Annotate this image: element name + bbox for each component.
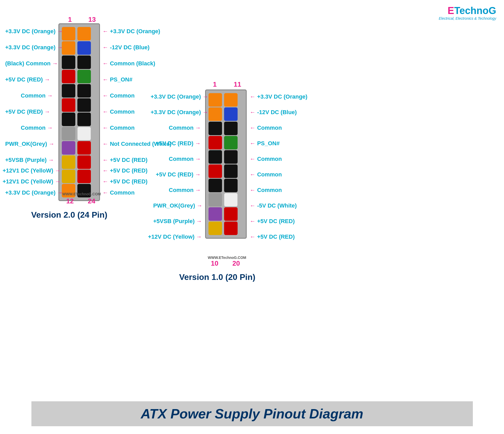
label-20-left-6: +5V DC (RED) xyxy=(156,171,201,178)
pin-8-2 xyxy=(77,127,91,140)
label-20-right-5: Common xyxy=(250,156,282,162)
pin20-4-1 xyxy=(209,136,222,149)
label-24-right-5: Common xyxy=(103,92,135,99)
pin20-6-1 xyxy=(209,164,222,178)
label-20-left-7: Common xyxy=(169,187,201,194)
pin-5-1 xyxy=(62,84,75,98)
label-20-left-9: +5VSB (Purple) xyxy=(153,218,202,225)
label-24-right-9: +5V DC (RED) xyxy=(103,157,147,163)
pin-row-7 xyxy=(62,113,97,126)
pin20-3-1 xyxy=(209,122,222,135)
pin-row-9 xyxy=(62,141,97,155)
logo: ETechnoG Electrical, Electronics & Techn… xyxy=(439,5,496,20)
pin-6-2 xyxy=(77,98,91,112)
label-20-left-2: +3.3V DC (Orange) xyxy=(151,109,208,116)
page: ETechnoG Electrical, Electronics & Techn… xyxy=(0,0,504,434)
pin-8-1 xyxy=(62,127,75,140)
pin20-1-1 xyxy=(209,93,222,107)
label-24-left-3: (Black) Common xyxy=(5,60,58,67)
pin20-row-9 xyxy=(209,207,243,221)
version-20-label: Version 1.0 (20 Pin) xyxy=(179,272,255,282)
pin-row-10 xyxy=(62,155,97,169)
label-24-left-9: +5VSB (Purple) xyxy=(5,157,54,163)
label-24-left-11: +12V1 DC (YelloW) xyxy=(3,178,61,185)
label-20-left-3: Common xyxy=(169,125,201,131)
pin20-9-2 xyxy=(224,207,238,221)
label-20-left-10: +12V DC (Yellow) xyxy=(148,233,202,240)
label-24-right-6: Common xyxy=(103,108,135,115)
pin-4-1 xyxy=(62,70,75,83)
label-20-left-8: PWR_OK(Grey) xyxy=(153,202,202,209)
label-24-right-10: +5V DC (RED) xyxy=(103,167,147,174)
label-20-left-1: +3.3V DC (Orange) xyxy=(151,93,208,100)
connector-24pin xyxy=(58,23,100,201)
label-24-right-7: Common xyxy=(103,125,135,131)
pin20-row-3 xyxy=(209,122,243,135)
label-24-left-1: +3.3V DC (Orange) xyxy=(5,28,63,35)
pin-num-13-24: 13 xyxy=(88,16,96,24)
pin-4-2 xyxy=(77,70,91,83)
label-20-left-5: Common xyxy=(169,156,201,162)
label-24-right-4: PS_ON# xyxy=(103,76,132,83)
label-24-right-1: +3.3V DC (Orange) xyxy=(103,28,160,35)
label-20-right-6: Common xyxy=(250,171,282,178)
pin-num-1-20: 1 xyxy=(213,80,217,88)
pin20-6-2 xyxy=(224,164,238,178)
pin-9-1 xyxy=(62,141,75,155)
pin-row-8 xyxy=(62,127,97,140)
pin-num-12-24: 12 xyxy=(66,197,74,205)
pin20-5-2 xyxy=(224,150,238,164)
pin-num-11-20: 11 xyxy=(234,80,241,88)
pin20-8-1 xyxy=(209,193,222,206)
pin20-row-4 xyxy=(209,136,243,149)
label-20-right-3: Common xyxy=(250,125,282,131)
pin-row-3 xyxy=(62,56,97,69)
pin-3-2 xyxy=(77,56,91,69)
pin20-row-5 xyxy=(209,150,243,164)
pin20-row-8 xyxy=(209,193,243,206)
pin20-3-2 xyxy=(224,122,238,135)
pin20-9-1 xyxy=(209,207,222,221)
label-24-left-7: Common xyxy=(21,125,53,131)
version-24-label: Version 2.0 (24 Pin) xyxy=(31,210,107,220)
label-20-right-8: -5V DC (White) xyxy=(250,202,297,209)
connector-20pin xyxy=(205,89,247,239)
pin20-8-2 xyxy=(224,193,238,206)
label-24-right-3: Common (Black) xyxy=(103,60,155,67)
pin-11-2 xyxy=(77,170,91,183)
pin20-2-1 xyxy=(209,107,222,121)
pin20-row-2 xyxy=(209,107,243,121)
pin-1-2 xyxy=(77,27,91,40)
label-24-left-12: +3.3V DC (Orange) xyxy=(5,189,63,196)
label-24-right-2: -12V DC (Blue) xyxy=(103,44,150,51)
pin-row-1 xyxy=(62,27,97,40)
pin-10-2 xyxy=(77,155,91,169)
label-24-left-10: +12V1 DC (YelloW) xyxy=(3,167,61,174)
pin-3-1 xyxy=(62,56,75,69)
pin20-2-2 xyxy=(224,107,238,121)
pin20-row-7 xyxy=(209,179,243,192)
label-20-right-7: Common xyxy=(250,187,282,194)
pin20-4-2 xyxy=(224,136,238,149)
pin20-row-6 xyxy=(209,164,243,178)
label-20-right-10: +5V DC (RED) xyxy=(250,233,295,240)
pin-row-2 xyxy=(62,41,97,55)
label-24-left-2: +3.3V DC (Orange) xyxy=(5,44,63,51)
page-title: ATX Power Supply Pinout Diagram xyxy=(47,406,457,422)
pin-row-11 xyxy=(62,170,97,183)
pin-7-1 xyxy=(62,113,75,126)
pin-6-1 xyxy=(62,98,75,112)
pin-row-5 xyxy=(62,84,97,98)
label-20-right-1: +3.3V DC (Orange) xyxy=(250,93,307,100)
pin-num-20-20: 20 xyxy=(232,259,240,267)
pin20-7-2 xyxy=(224,179,238,192)
watermark-24pin: WWW.ETechnoG.COM xyxy=(62,192,101,196)
title-bar: ATX Power Supply Pinout Diagram xyxy=(31,401,473,426)
pin20-row-10 xyxy=(209,222,243,235)
pin-11-1 xyxy=(62,170,75,183)
label-20-right-2: -12V DC (Blue) xyxy=(250,109,297,116)
pin-5-2 xyxy=(77,84,91,98)
logo-e: E xyxy=(448,5,454,16)
label-24-left-8: PWR_OK(Grey) xyxy=(5,141,54,147)
label-24-right-11: +5V DC (RED) xyxy=(103,178,147,185)
